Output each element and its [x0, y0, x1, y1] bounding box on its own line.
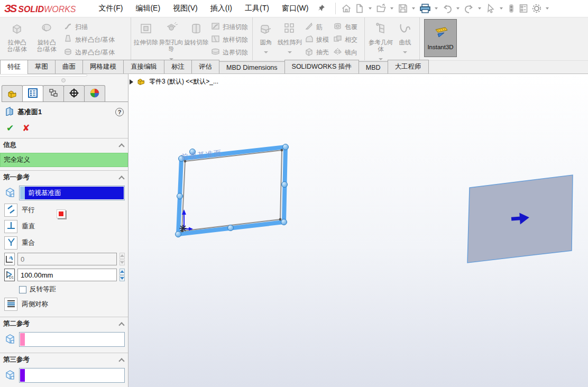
graphics-viewport[interactable]: 前视基准面 零件3 (默认) <<默认>_... [128, 74, 588, 387]
offset-plane-preview[interactable] [467, 175, 573, 263]
shell-button[interactable]: 抽壳 [305, 46, 329, 59]
redo-dropdown[interactable] [478, 7, 481, 10]
third-reference-selection-box[interactable] [19, 368, 125, 383]
save-dropdown[interactable] [412, 7, 415, 10]
options-list-icon[interactable] [517, 2, 530, 15]
mirror-button[interactable]: 镜向 [333, 46, 357, 59]
info-section-header[interactable]: 信息 [0, 138, 128, 152]
parallel-button[interactable] [4, 204, 17, 217]
linear-pattern-button[interactable]: 线性阵列 [277, 20, 302, 46]
dimxpert-tab[interactable] [63, 85, 85, 102]
perpendicular-button[interactable] [4, 220, 17, 233]
print-icon[interactable] [418, 2, 432, 15]
extruded-boss-button[interactable]: 拉伸凸台/基体 [2, 20, 32, 53]
tab-solidworks-addins[interactable]: SOLIDWORKS 插件 [284, 60, 359, 73]
menu-file[interactable]: 文件(F) [93, 1, 129, 16]
tab-mbd[interactable]: MBD [359, 61, 388, 73]
tab-surfaces[interactable]: 曲面 [55, 60, 83, 73]
coincident-button[interactable] [4, 236, 17, 250]
undo-dropdown[interactable] [456, 7, 460, 10]
intersect-button[interactable]: 相交 [333, 33, 357, 46]
curves-dropdown[interactable] [403, 51, 407, 53]
open-dropdown[interactable] [390, 7, 393, 10]
panel-scroll-strip[interactable] [0, 74, 87, 77]
panel-splitter-grip[interactable] [61, 78, 66, 82]
property-manager-tab[interactable] [22, 85, 43, 102]
menu-edit[interactable]: 编辑(E) [130, 1, 166, 16]
color-swatch-widget[interactable] [57, 209, 66, 218]
open-icon[interactable] [375, 2, 388, 15]
sweep-cut-button[interactable]: 扫描切除 [211, 21, 248, 33]
select-cursor-icon[interactable] [484, 2, 497, 15]
menu-insert[interactable]: 插入(I) [205, 1, 238, 16]
tree-item-label[interactable]: 零件3 (默认) <<默认>_... [149, 77, 218, 86]
first-reference-header[interactable]: 第一参考 [0, 170, 128, 184]
tree-expand-icon[interactable] [130, 79, 133, 85]
rib-button[interactable]: 筋 [305, 21, 329, 33]
reference-geometry-dropdown[interactable] [379, 58, 383, 60]
curves-button[interactable]: 曲线 [394, 20, 416, 46]
home-icon[interactable] [340, 2, 353, 15]
help-icon[interactable]: ? [115, 108, 124, 116]
tab-sketch[interactable]: 草图 [27, 60, 56, 73]
viewport-canvas[interactable]: 前视基准面 [128, 74, 588, 387]
menu-view[interactable]: 视图(V) [167, 1, 204, 16]
tab-mbd-dimensions[interactable]: MBD Dimensions [219, 61, 285, 73]
fillet-button[interactable]: 圆角 [255, 20, 277, 46]
configuration-manager-tab[interactable] [43, 85, 64, 102]
flyout-feature-tree[interactable]: 零件3 (默认) <<默认>_... [130, 77, 218, 87]
instant3d-button[interactable]: Instant3D [424, 19, 457, 57]
select-dropdown[interactable] [500, 7, 503, 10]
reference-geometry-button[interactable]: 参考几何体 [367, 20, 394, 53]
save-icon[interactable] [397, 2, 409, 15]
pin-menu-icon[interactable] [317, 4, 326, 14]
third-reference-header[interactable]: 第三参考 [0, 353, 128, 366]
print-dropdown[interactable] [435, 7, 438, 10]
loft-button[interactable]: 放样凸台/基体 [63, 33, 115, 46]
display-manager-tab[interactable] [84, 85, 105, 102]
sweep-button[interactable]: 扫描 [63, 21, 115, 33]
boundary-boss-button[interactable]: 边界凸台/基体 [63, 46, 115, 59]
draft-button[interactable]: 拔模 [305, 33, 329, 46]
first-reference-list[interactable]: 前视基准面 [25, 187, 124, 199]
second-reference-selection-box[interactable] [19, 332, 125, 347]
tab-evaluate[interactable]: 评估 [191, 60, 219, 73]
linear-pattern-dropdown[interactable] [288, 51, 292, 53]
cancel-button[interactable]: ✘ [22, 123, 30, 134]
new-document-icon[interactable] [353, 2, 366, 15]
distance-spinner[interactable] [120, 269, 125, 281]
tab-features[interactable]: 特征 [0, 60, 28, 74]
ok-button[interactable]: ✔ [6, 123, 14, 134]
revolved-cut-button[interactable]: 旋转切除 [183, 20, 209, 46]
menu-tools[interactable]: 工具(T) [239, 1, 275, 16]
third-reference-list[interactable] [25, 369, 124, 382]
distance-input[interactable] [17, 269, 117, 281]
undo-icon[interactable] [441, 2, 454, 15]
extruded-cut-button[interactable]: 拉伸切除 [133, 20, 159, 46]
tab-direct-editing[interactable]: 直接编辑 [123, 60, 164, 73]
mid-plane-button[interactable] [4, 298, 17, 311]
tab-engineer[interactable]: 大工程师 [388, 60, 429, 73]
new-document-dropdown[interactable] [369, 7, 372, 10]
first-reference-selection-box[interactable]: 前视基准面 [19, 186, 125, 200]
second-reference-list[interactable] [25, 333, 124, 346]
revolved-boss-button[interactable]: 旋转凸台/基体 [32, 20, 61, 53]
selected-reference-item[interactable]: 前视基准面 [25, 187, 124, 199]
fillet-dropdown[interactable] [264, 51, 268, 53]
settings-dropdown[interactable] [546, 7, 549, 10]
flip-offset-checkbox[interactable] [19, 286, 26, 293]
menu-window[interactable]: 窗口(W) [276, 1, 315, 16]
feature-tree-tab[interactable] [2, 85, 23, 102]
boundary-cut-button[interactable]: 边界切除 [211, 46, 248, 59]
hole-wizard-button[interactable]: 异型孔向导 [159, 20, 184, 53]
second-reference-header[interactable]: 第二参考 [0, 317, 128, 330]
tab-markup[interactable]: 标注 [164, 60, 192, 73]
angle-spinner[interactable] [120, 253, 125, 265]
loft-cut-button[interactable]: 放样切除 [211, 33, 248, 46]
tab-mesh-modeling[interactable]: 网格建模 [82, 60, 124, 73]
angle-input[interactable] [17, 253, 117, 265]
wrap-button[interactable]: 包覆 [333, 21, 357, 33]
hole-wizard-dropdown[interactable] [169, 58, 173, 60]
settings-gear-icon[interactable] [530, 2, 543, 15]
rebuild-icon[interactable] [506, 2, 517, 15]
